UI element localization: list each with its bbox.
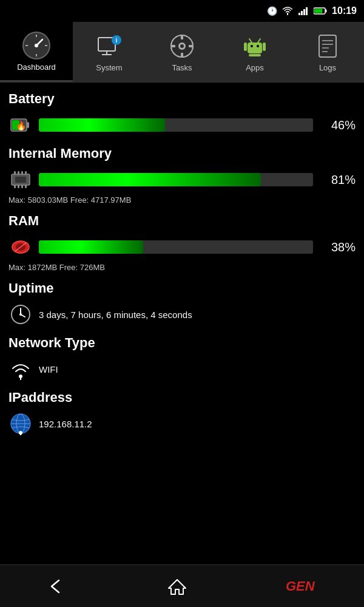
svg-marker-68 xyxy=(169,580,186,594)
svg-rect-35 xyxy=(319,35,336,57)
status-bar: 🕐 10:19 xyxy=(0,0,364,22)
status-time: 10:19 xyxy=(332,5,357,16)
battery-row: 🔥 46% xyxy=(8,113,356,137)
tab-apps-label: Apps xyxy=(246,63,264,72)
svg-rect-52 xyxy=(25,185,27,188)
svg-rect-46 xyxy=(18,171,19,175)
internal-memory-progress-container xyxy=(39,173,313,186)
wifi-icon xyxy=(282,7,293,15)
brand-text: GEN xyxy=(286,578,315,594)
uptime-value: 3 days, 7 hours, 6 minutes, 4 seconds xyxy=(39,310,192,320)
svg-point-28 xyxy=(251,45,253,47)
tab-tasks[interactable]: Tasks xyxy=(146,22,218,82)
tab-system[interactable]: i System xyxy=(73,22,146,82)
uptime-row: 3 days, 7 hours, 6 minutes, 4 seconds xyxy=(8,302,356,327)
signal-icon xyxy=(298,7,309,15)
ram-percent: 38% xyxy=(319,240,356,254)
svg-point-29 xyxy=(257,45,259,47)
network-type-row: WIFI xyxy=(8,357,356,381)
home-button[interactable] xyxy=(155,571,199,602)
ip-address-row: 192.168.11.2 xyxy=(8,412,356,436)
svg-text:🔥: 🔥 xyxy=(16,121,27,131)
internal-memory-subinfo: Max: 5803.03MB Free: 4717.97MB xyxy=(8,195,356,205)
logs-icon xyxy=(313,32,342,61)
main-content: Battery 🔥 46% Internal Memory xyxy=(0,83,364,565)
system-icon: i xyxy=(95,32,124,61)
internal-memory-row: 81% xyxy=(8,168,356,192)
back-button[interactable] xyxy=(37,572,81,601)
tab-logs[interactable]: Logs xyxy=(291,22,364,82)
brand-logo: GEN xyxy=(274,572,327,600)
ram-icon xyxy=(8,235,33,259)
network-type-value: WIFI xyxy=(39,364,58,375)
svg-rect-50 xyxy=(18,185,19,188)
svg-rect-2 xyxy=(303,9,305,15)
wifi-type-icon xyxy=(8,357,33,381)
svg-rect-6 xyxy=(315,9,323,13)
battery-percent: 46% xyxy=(319,118,356,132)
tab-bar: Dashboard i System xyxy=(0,22,364,83)
tab-apps[interactable]: Apps xyxy=(218,22,291,82)
uptime-title: Uptime xyxy=(8,280,356,296)
svg-rect-49 xyxy=(14,185,16,188)
battery-progress-bar xyxy=(39,118,165,132)
svg-rect-0 xyxy=(298,13,300,15)
ram-title: RAM xyxy=(8,213,356,229)
svg-rect-23 xyxy=(181,35,183,39)
ram-progress-bar xyxy=(39,240,143,254)
svg-line-30 xyxy=(249,39,252,42)
svg-line-31 xyxy=(258,39,260,42)
svg-rect-3 xyxy=(306,7,308,15)
svg-rect-45 xyxy=(14,171,16,175)
svg-rect-27 xyxy=(248,42,262,53)
svg-text:i: i xyxy=(116,37,118,44)
svg-rect-47 xyxy=(21,171,23,175)
svg-rect-26 xyxy=(189,45,193,47)
dashboard-icon xyxy=(22,31,51,60)
tab-system-label: System xyxy=(96,63,122,72)
ip-address-icon xyxy=(8,412,33,436)
svg-rect-24 xyxy=(181,53,183,57)
uptime-icon xyxy=(8,302,33,327)
internal-memory-percent: 81% xyxy=(319,173,356,187)
bottom-nav: GEN xyxy=(0,565,364,607)
internal-memory-title: Internal Memory xyxy=(8,146,356,161)
svg-rect-1 xyxy=(301,11,303,15)
network-type-title: Network Type xyxy=(8,335,356,351)
internal-memory-progress-bar xyxy=(39,173,261,186)
ram-row: 38% xyxy=(8,235,356,259)
svg-rect-48 xyxy=(25,171,27,175)
svg-point-22 xyxy=(180,44,184,48)
svg-rect-41 xyxy=(27,122,29,128)
svg-rect-34 xyxy=(263,42,266,51)
tasks-icon xyxy=(167,32,197,61)
clock-icon: 🕐 xyxy=(267,6,277,16)
apps-icon xyxy=(240,32,269,61)
svg-rect-5 xyxy=(326,10,327,13)
ip-address-title: IPaddress xyxy=(8,390,356,405)
svg-rect-33 xyxy=(244,42,247,51)
memory-icon xyxy=(8,168,33,192)
svg-rect-25 xyxy=(171,45,175,47)
svg-point-60 xyxy=(19,313,22,316)
tab-logs-label: Logs xyxy=(319,63,336,72)
ram-progress-container xyxy=(39,240,313,254)
tab-dashboard[interactable]: Dashboard xyxy=(0,22,73,82)
ip-address-value: 192.168.11.2 xyxy=(39,419,92,429)
svg-rect-32 xyxy=(249,54,261,56)
tab-tasks-label: Tasks xyxy=(172,63,192,72)
battery-status-icon xyxy=(314,7,327,15)
ram-subinfo: Max: 1872MB Free: 726MB xyxy=(8,263,356,272)
battery-icon: 🔥 xyxy=(8,113,33,137)
battery-progress-container xyxy=(39,118,313,132)
svg-rect-51 xyxy=(21,185,23,188)
battery-title: Battery xyxy=(8,91,356,107)
tab-dashboard-label: Dashboard xyxy=(17,63,56,72)
svg-rect-53 xyxy=(15,177,26,183)
